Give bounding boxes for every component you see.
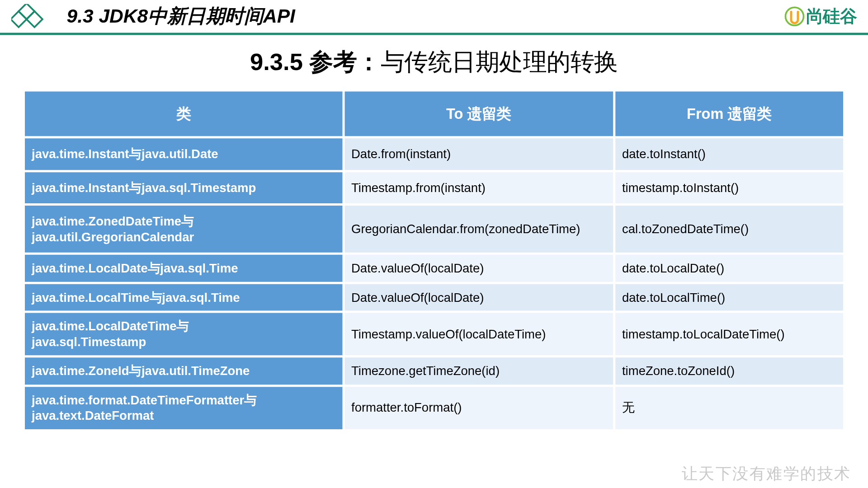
table-row: java.time.LocalTime与java.sql.TimeDate.va… (25, 284, 843, 310)
table-row: java.time.Instant与java.sql.TimestampTime… (25, 172, 843, 203)
cell-from: timestamp.toLocalDateTime() (615, 313, 843, 356)
conversion-table: 类 To 遗留类 From 遗留类 java.time.Instant与java… (23, 89, 845, 432)
table-row: java.time.ZoneId与java.util.TimeZoneTimez… (25, 357, 843, 384)
cell-to: Timestamp.from(instant) (344, 172, 613, 203)
svg-rect-1 (11, 11, 27, 27)
cell-from: 无 (615, 387, 843, 429)
cell-to: formatter.toFormat() (344, 387, 613, 429)
th-to: To 遗留类 (344, 92, 613, 136)
cell-from: timestamp.toInstant() (615, 172, 843, 203)
table-row: java.time.format.DateTimeFormatter与java.… (25, 387, 843, 429)
cell-class: java.time.ZoneId与java.util.TimeZone (25, 357, 342, 384)
cell-from: date.toLocalDate() (615, 255, 843, 282)
cell-from: date.toLocalTime() (615, 284, 843, 310)
cell-class: java.time.Instant与java.sql.Timestamp (25, 172, 342, 203)
cell-to: Timestamp.valueOf(localDateTime) (344, 313, 613, 356)
cell-to: Date.valueOf(localDate) (344, 255, 613, 282)
cell-class: java.time.Instant与java.util.Date (25, 138, 342, 169)
cell-to: Date.valueOf(localDate) (344, 284, 613, 310)
subtitle-prefix: 9.3.5 参考： (250, 49, 381, 75)
cell-to: GregorianCalendar.from(zonedDateTime) (344, 206, 613, 253)
th-class: 类 (25, 92, 342, 136)
table-row: java.time.LocalDateTime与java.sql.Timesta… (25, 313, 843, 356)
cell-from: cal.toZonedDateTime() (615, 206, 843, 253)
table-header-row: 类 To 遗留类 From 遗留类 (25, 92, 843, 136)
slide-header: 9.3 JDK8中新日期时间API 尚硅谷 (0, 0, 868, 35)
table-row: java.time.LocalDate与java.sql.TimeDate.va… (25, 255, 843, 282)
cell-class: java.time.LocalTime与java.sql.Time (25, 284, 342, 310)
cell-class: java.time.LocalDateTime与java.sql.Timesta… (25, 313, 342, 356)
cell-class: java.time.LocalDate与java.sql.Time (25, 255, 342, 282)
brand-icon (784, 6, 805, 27)
table-row: java.time.ZonedDateTime与java.util.Gregor… (25, 206, 843, 253)
brand-text: 尚硅谷 (806, 5, 857, 28)
svg-rect-2 (27, 11, 42, 27)
th-from: From 遗留类 (615, 92, 843, 136)
cell-class: java.time.format.DateTimeFormatter与java.… (25, 387, 342, 429)
slide-section-title: 9.3 JDK8中新日期时间API (67, 4, 295, 30)
cell-class: java.time.ZonedDateTime与java.util.Gregor… (25, 206, 342, 253)
slide-subtitle: 9.3.5 参考：与传统日期处理的转换 (0, 47, 868, 78)
diamond-logo-icon (11, 4, 44, 29)
footer-slogan: 让天下没有难学的技术 (682, 463, 851, 485)
brand-logo: 尚硅谷 (784, 5, 857, 28)
cell-from: date.toInstant() (615, 138, 843, 169)
cell-to: Timezone.getTimeZone(id) (344, 357, 613, 384)
subtitle-rest: 与传统日期处理的转换 (381, 49, 618, 75)
table-row: java.time.Instant与java.util.DateDate.fro… (25, 138, 843, 169)
svg-rect-0 (19, 4, 34, 19)
cell-from: timeZone.toZoneId() (615, 357, 843, 384)
cell-to: Date.from(instant) (344, 138, 613, 169)
